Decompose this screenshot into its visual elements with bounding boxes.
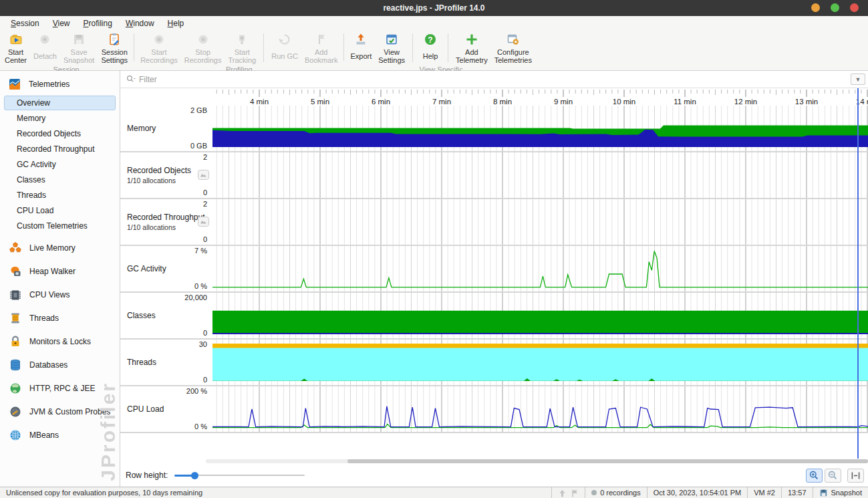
- help-button[interactable]: ?Help: [417, 31, 444, 65]
- configure-telemetries-button[interactable]: ConfigureTelemetries: [491, 31, 535, 65]
- row-chart-classes[interactable]: [212, 293, 868, 338]
- menu-profiling[interactable]: Profiling: [77, 17, 119, 29]
- toolbar: StartCenterDetachSaveSnapshotSessionSett…: [0, 30, 868, 71]
- bookmark-flag-icon[interactable]: [570, 489, 579, 497]
- view-settings-button[interactable]: ViewSettings: [375, 31, 408, 65]
- snapshot-status[interactable]: Snapshot: [813, 487, 868, 498]
- row-chart-threads[interactable]: [212, 340, 868, 385]
- license-text: Unlicensed copy for evaluation purposes,…: [6, 489, 202, 497]
- bottom-bar: Row height:: [120, 464, 868, 487]
- menu-session[interactable]: Session: [4, 17, 46, 29]
- maximize-button[interactable]: [831, 3, 839, 12]
- sidebar-item-live-memory[interactable]: Live Memory: [0, 236, 120, 259]
- svg-text:8 min: 8 min: [493, 98, 512, 106]
- row-label-column: Threads300: [120, 340, 212, 385]
- row-scale-max: 20,000: [184, 293, 207, 301]
- sidebar-item-label: Telemetries: [29, 80, 69, 89]
- row-chart-memory[interactable]: [212, 106, 868, 151]
- telemetry-row-recorded-throughput[interactable]: Recorded Throughput1/10 allocations20: [120, 199, 868, 246]
- row-scale-max: 30: [199, 340, 207, 348]
- vm-status[interactable]: VM #2: [747, 487, 781, 498]
- start-center-button[interactable]: StartCenter: [1, 31, 30, 65]
- toolbar-button-label: ConfigureTelemetries: [494, 47, 532, 65]
- start-tracking-button: StartTracking: [225, 31, 259, 65]
- toolbar-button-label: Help: [423, 47, 438, 65]
- sidebar-item-cpu-views[interactable]: CPU Views: [0, 283, 120, 306]
- sidebar-item-telemetries[interactable]: Telemetries: [0, 71, 120, 95]
- toolbar-group-profiling: StartRecordingsStopRecordingsStartTracki…: [137, 31, 341, 70]
- record-badge-icon[interactable]: [198, 170, 209, 180]
- menu-bar: SessionViewProfilingWindowHelp: [0, 16, 868, 30]
- zoom-in-button[interactable]: [806, 469, 823, 483]
- heap-walker-icon: [9, 265, 22, 278]
- sidebar-item-gc-activity[interactable]: GC Activity: [4, 157, 116, 172]
- help-icon: ?: [424, 33, 437, 46]
- sidebar-item-threads[interactable]: Threads: [0, 306, 120, 330]
- record-badge-icon[interactable]: [198, 217, 209, 227]
- svg-text:4 min: 4 min: [250, 98, 269, 106]
- toolbar-group-separator: [343, 33, 344, 61]
- zoom-out-button[interactable]: [825, 469, 841, 483]
- sidebar-item-custom-telemetries[interactable]: Custom Telemetries: [4, 219, 116, 233]
- zoom-fit-button[interactable]: [847, 469, 864, 483]
- toolbar-button-label: ViewSettings: [378, 47, 405, 65]
- session-settings-button[interactable]: SessionSettings: [98, 31, 131, 65]
- row-height-slider[interactable]: [174, 471, 305, 479]
- close-button[interactable]: [850, 3, 859, 12]
- view-settings-icon: [385, 33, 398, 46]
- svg-text:?: ?: [428, 35, 432, 45]
- status-pin-cell: [551, 487, 585, 498]
- toolbar-button-label: Detach: [33, 47, 57, 65]
- row-chart-gc-activity[interactable]: [212, 246, 868, 291]
- zoom-out-icon: [827, 470, 839, 481]
- row-chart-recorded-objects[interactable]: [212, 152, 868, 198]
- row-chart-recorded-throughput[interactable]: [212, 199, 868, 245]
- recording-indicator-icon: [591, 490, 597, 495]
- telemetries-icon: [8, 78, 21, 91]
- menu-view[interactable]: View: [46, 17, 77, 29]
- slider-thumb[interactable]: [191, 472, 198, 479]
- telemetry-row-recorded-objects[interactable]: Recorded Objects1/10 allocations20: [120, 152, 868, 199]
- sidebar-item-monitors-locks[interactable]: Monitors & Locks: [0, 330, 120, 353]
- telemetry-row-threads[interactable]: Threads300: [120, 340, 868, 386]
- sidebar-item-recorded-objects[interactable]: Recorded Objects: [4, 126, 116, 141]
- filter-input[interactable]: [139, 75, 851, 84]
- telemetry-row-gc-activity[interactable]: GC Activity7 %0 %: [120, 246, 868, 293]
- sidebar-item-memory[interactable]: Memory: [4, 111, 116, 126]
- timestamp-text: Oct 30, 2023, 10:54:01 PM: [654, 489, 741, 497]
- row-scale-min: 0 GB: [190, 142, 207, 150]
- recordings-status[interactable]: 0 recordings: [585, 487, 647, 498]
- sidebar-item-threads[interactable]: Threads: [4, 188, 116, 203]
- svg-text:7 min: 7 min: [432, 98, 451, 106]
- scrollbar-thumb[interactable]: [347, 459, 868, 463]
- telemetry-row-memory[interactable]: Memory2 GB0 GB: [120, 106, 868, 152]
- minimize-button[interactable]: [811, 3, 820, 12]
- detach-button: Detach: [30, 31, 60, 65]
- search-icon: [126, 74, 136, 85]
- session-settings-icon: [108, 33, 121, 46]
- sidebar-item-classes[interactable]: Classes: [4, 172, 116, 187]
- sidebar-item-cpu-load[interactable]: CPU Load: [4, 203, 116, 218]
- sidebar-item-heap-walker[interactable]: Heap Walker: [0, 259, 120, 283]
- toolbar-button-label: StartRecordings: [140, 47, 178, 65]
- telemetry-row-cpu-load[interactable]: CPU Load200 %0 %: [120, 386, 868, 433]
- row-scale-min: 0 %: [194, 422, 207, 430]
- menu-window[interactable]: Window: [119, 17, 161, 29]
- sidebar-item-overview[interactable]: Overview: [4, 96, 116, 110]
- sidebar-item-databases[interactable]: Databases: [0, 353, 120, 376]
- telemetry-row-classes[interactable]: Classes20,0000: [120, 293, 868, 340]
- toolbar-button-label: SaveSnapshot: [63, 47, 94, 65]
- horizontal-scrollbar[interactable]: [120, 459, 868, 464]
- sidebar-item-recorded-throughput[interactable]: Recorded Throughput: [4, 142, 116, 156]
- row-label-column: CPU Load200 %0 %: [120, 386, 212, 432]
- filter-dropdown-button[interactable]: ▼: [851, 74, 865, 85]
- menu-help[interactable]: Help: [161, 17, 191, 29]
- add-telemetry-button[interactable]: AddTelemetry: [452, 31, 491, 65]
- pin-icon[interactable]: [558, 489, 567, 497]
- vm-text: VM #2: [754, 489, 775, 497]
- elapsed-time-status: 13:57: [781, 487, 813, 498]
- toolbar-button-label: AddBookmark: [305, 47, 338, 65]
- row-chart-cpu-load[interactable]: [212, 386, 868, 432]
- toolbar-button-label: Export: [350, 47, 372, 65]
- export-button[interactable]: Export: [347, 31, 375, 65]
